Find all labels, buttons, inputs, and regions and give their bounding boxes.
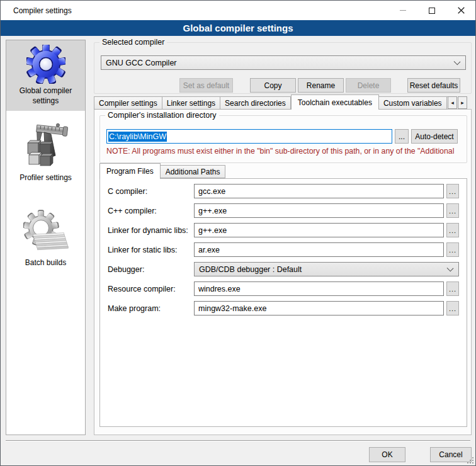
install-dir-group: Compiler's installation directory C:\ray…	[99, 115, 467, 163]
resource-compiler-browse-button[interactable]: ...	[446, 281, 459, 296]
cpp-compiler-label: C++ compiler:	[108, 207, 194, 215]
toolchain-executables-panel: Compiler's installation directory C:\ray…	[94, 109, 472, 435]
minimize-icon	[400, 10, 406, 11]
set-as-default-button[interactable]: Set as default	[179, 78, 233, 93]
install-dir-input[interactable]: C:\raylib\MinGW	[106, 129, 392, 144]
toolchain-row: C compiler: ...	[108, 184, 460, 198]
debugger-select[interactable]: GDB/CDB debugger : Default	[194, 262, 459, 276]
dynamic-linker-browse-button[interactable]: ...	[446, 223, 459, 237]
dynamic-linker-input[interactable]	[194, 223, 444, 237]
c-compiler-input[interactable]	[194, 184, 444, 198]
toolchain-row: Make program: ...	[108, 301, 460, 315]
tabs-clip: Compiler settings Linker settings Search…	[94, 94, 448, 110]
dialog-header-title: Global compiler settings	[183, 23, 293, 33]
auto-detect-button[interactable]: Auto-detect	[411, 129, 458, 144]
make-program-browse-button[interactable]: ...	[446, 301, 459, 315]
c-compiler-label: C compiler:	[108, 187, 194, 196]
cpp-compiler-browse-button[interactable]: ...	[446, 203, 459, 218]
compiler-select-value: GNU GCC Compiler	[106, 59, 177, 67]
program-files-panel: C compiler: ... C++ compiler: ... Linker…	[99, 178, 467, 427]
resource-compiler-label: Resource compiler:	[108, 285, 194, 293]
sidebar-item-global-compiler-settings[interactable]: Global compiler settings	[6, 40, 85, 111]
blue-gear-icon	[26, 45, 65, 84]
debugger-label: Debugger:	[108, 265, 194, 274]
chevron-down-icon	[454, 59, 461, 65]
static-linker-browse-button[interactable]: ...	[446, 242, 459, 257]
tab-toolchain-executables[interactable]: Toolchain executables	[291, 94, 379, 110]
toolchain-row: Linker for static libs: ...	[108, 242, 460, 257]
install-dir-selected-text: C:\raylib\MinGW	[108, 132, 167, 142]
static-linker-input[interactable]	[194, 242, 444, 257]
chevron-down-icon	[447, 265, 454, 272]
footer-separator	[6, 440, 470, 441]
triangle-right-icon: ▸	[461, 99, 464, 106]
install-dir-legend: Compiler's installation directory	[105, 111, 219, 120]
tab-custom-variables[interactable]: Custom variables	[379, 96, 447, 110]
reset-defaults-button[interactable]: Reset defaults	[407, 78, 460, 93]
toolchain-row: C++ compiler: ...	[108, 203, 460, 218]
toolchain-row: Debugger: GDB/CDB debugger : Default	[108, 262, 460, 276]
maximize-button[interactable]	[417, 1, 446, 20]
static-linker-label: Linker for static libs:	[108, 246, 194, 254]
make-program-label: Make program:	[108, 304, 194, 313]
c-compiler-browse-button[interactable]: ...	[446, 184, 459, 198]
selected-compiler-legend: Selected compiler	[99, 38, 167, 47]
selected-compiler-group: Selected compiler GNU GCC Compiler Set a…	[94, 42, 472, 94]
dynamic-linker-label: Linker for dynamic libs:	[108, 226, 194, 235]
caliper-icon	[21, 120, 71, 171]
cpp-compiler-input[interactable]	[194, 203, 444, 218]
sidebar-item-label: Profiler settings	[20, 173, 72, 183]
resize-grip[interactable]	[466, 456, 473, 463]
copy-button[interactable]: Copy	[250, 78, 296, 93]
subtab-additional-paths[interactable]: Additional Paths	[161, 165, 226, 178]
sidebar-item-batch-builds[interactable]: Batch builds	[6, 205, 85, 273]
close-icon	[458, 7, 465, 14]
compiler-settings-dialog: Compiler settings Global compiler settin…	[0, 0, 476, 466]
resource-compiler-input[interactable]	[194, 281, 444, 296]
minimize-button[interactable]	[388, 1, 417, 20]
tab-scroll-right-button[interactable]: ▸	[458, 96, 467, 109]
gray-gear-stack-icon	[23, 209, 69, 256]
install-dir-browse-button[interactable]: ...	[395, 129, 409, 144]
window-title: Compiler settings	[13, 6, 72, 15]
toolchain-row: Resource compiler: ...	[108, 281, 460, 296]
maximize-icon	[429, 8, 435, 14]
debugger-select-value: GDB/CDB debugger : Default	[199, 265, 302, 274]
rename-button[interactable]: Rename	[298, 78, 344, 93]
tab-scroll-left-button[interactable]: ◂	[448, 96, 457, 109]
subtab-program-files[interactable]: Program Files	[99, 163, 161, 179]
close-button[interactable]	[446, 1, 475, 20]
sidebar: Global compiler settings	[6, 40, 86, 435]
tab-search-directories[interactable]: Search directories	[220, 96, 291, 110]
make-program-input[interactable]	[194, 301, 444, 315]
toolchain-row: Linker for dynamic libs: ...	[108, 223, 460, 237]
tab-linker-settings[interactable]: Linker settings	[162, 96, 220, 110]
window-controls	[388, 1, 475, 20]
ok-button[interactable]: OK	[369, 447, 405, 462]
install-dir-note: NOTE: All programs must exist either in …	[106, 147, 463, 156]
triangle-left-icon: ◂	[451, 99, 454, 106]
sidebar-item-label: Batch builds	[25, 258, 66, 268]
sidebar-item-profiler-settings[interactable]: Profiler settings	[6, 116, 85, 188]
main-tabstrip: Compiler settings Linker settings Search…	[94, 94, 448, 110]
sidebar-item-label: Global compiler settings	[9, 86, 82, 106]
sub-tabstrip: Program Files Additional Paths	[99, 163, 225, 179]
dialog-header: Global compiler settings	[1, 20, 475, 36]
titlebar[interactable]: Compiler settings	[1, 1, 475, 20]
tab-compiler-settings[interactable]: Compiler settings	[94, 96, 162, 110]
compiler-select[interactable]: GNU GCC Compiler	[101, 55, 466, 70]
delete-button[interactable]: Delete	[346, 78, 391, 93]
